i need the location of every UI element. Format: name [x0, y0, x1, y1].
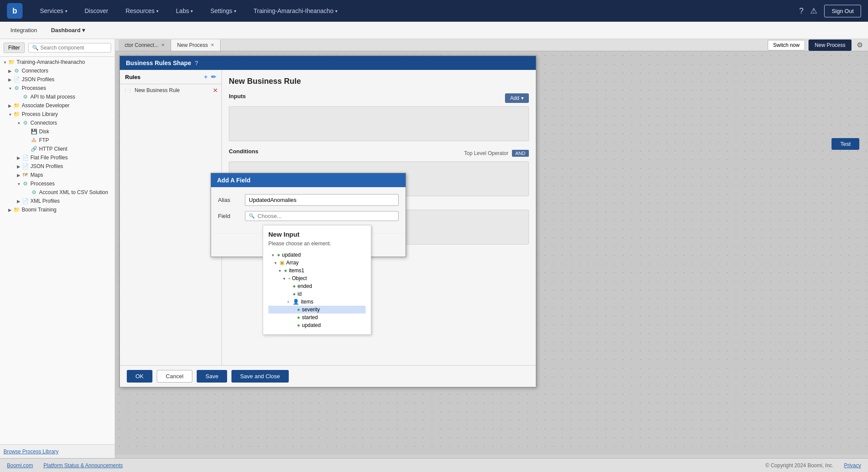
tree-item-updated2[interactable]: ● updated	[268, 321, 366, 329]
field-leaf-icon: ●	[297, 314, 300, 320]
field-search-input[interactable]	[257, 213, 395, 219]
tree-label: API to Mail process	[30, 94, 75, 100]
privacy-link[interactable]: Privacy	[844, 462, 861, 469]
tree-item-flat-file[interactable]: ▶ 📄 Flat File Profiles	[14, 153, 115, 162]
nav-labs[interactable]: Labs ▾	[172, 6, 196, 16]
tree-label: Process Library	[22, 111, 58, 117]
tree-item-items[interactable]: + 👤 items	[268, 298, 366, 306]
conditions-header: Conditions Top Level Operator AND	[229, 148, 529, 158]
rules-header-icons: + ✏	[204, 73, 216, 80]
tab-new-process-label: New Process	[177, 42, 208, 48]
array-icon: ▣	[280, 260, 284, 266]
tree-item-xml-profiles[interactable]: ▶ 📄 XML Profiles	[14, 197, 115, 205]
tree-item-object[interactable]: ▾ ▪ Object	[268, 274, 366, 282]
ftp-icon: 🖧	[30, 137, 37, 144]
tab-dashboard[interactable]: Dashboard ▾	[47, 25, 89, 35]
rule-name-label: New Business Rule	[135, 87, 210, 93]
tree-item-disk[interactable]: 💾 Disk	[23, 127, 115, 136]
conditions-label: Conditions	[229, 148, 258, 155]
tab-new-process[interactable]: New Process ✕	[171, 40, 221, 51]
tree-item-array[interactable]: ▾ ▣ Array	[268, 259, 366, 267]
cancel-button[interactable]: Cancel	[157, 370, 192, 383]
nav-discover[interactable]: Discover	[81, 6, 112, 16]
folder-icon: 📁	[8, 59, 15, 66]
boomi-link[interactable]: Boomi.com	[7, 462, 33, 469]
tree-item-items1[interactable]: ▾ ● items1	[268, 267, 366, 274]
tree-item-started[interactable]: ● started	[268, 314, 366, 321]
tree-label: Connectors	[30, 120, 57, 126]
rule-item-new[interactable]: ⋮⋮ New Business Rule ✕	[120, 84, 221, 96]
tree-item-processes[interactable]: ▾ ⚙ Processes	[5, 84, 115, 92]
tree-label: Processes	[30, 181, 55, 187]
sign-out-button[interactable]: Sign Out	[824, 5, 861, 17]
tree-item-account-xml[interactable]: ⚙ Account XML to CSV Solution	[23, 188, 115, 197]
tree-item-updated[interactable]: ▾ ● updated	[268, 251, 366, 259]
tree-item-ended[interactable]: ● ended	[268, 282, 366, 290]
add-rule-icon[interactable]: +	[204, 73, 208, 80]
file-icon: 📄	[22, 154, 29, 161]
tree-item-process-library[interactable]: ▾ 📁 Process Library	[5, 110, 115, 119]
tree-item-http-client[interactable]: 🔗 HTTP Client	[23, 145, 115, 153]
tree-label: Flat File Profiles	[30, 155, 68, 161]
tree-item-pl-processes[interactable]: ▾ ⚙ Processes	[14, 179, 115, 188]
tree-item-training[interactable]: ▾ 📁 Training-Amarachi-Iheanacho	[0, 58, 115, 66]
gear-icon[interactable]: ⚙	[855, 39, 865, 51]
tree-item-maps[interactable]: ▶ 🗺 Maps	[14, 171, 115, 179]
filter-button[interactable]: Filter	[3, 43, 25, 53]
nav-services[interactable]: Services ▾	[36, 6, 71, 16]
delete-rule-icon[interactable]: ✕	[213, 87, 218, 94]
sub-nav: Integration Dashboard ▾	[0, 22, 868, 39]
status-link[interactable]: Platform Status & Announcements	[43, 462, 123, 469]
search-input[interactable]	[40, 45, 107, 51]
field-leaf-icon: ●	[297, 307, 300, 313]
browse-process-library-link[interactable]: Browse Process Library	[3, 449, 59, 455]
tree-item-connectors[interactable]: ▶ ⚙ Connectors	[5, 66, 115, 75]
nav-settings[interactable]: Settings ▾	[207, 6, 240, 16]
tree-item-label: severity	[302, 307, 320, 313]
top-level-operator: Top Level Operator AND	[464, 150, 529, 157]
tab-connector-connect[interactable]: ctor Connect... ✕	[119, 40, 171, 51]
tree-item-id[interactable]: ● id	[268, 290, 366, 298]
tree-label: Associate Developer	[22, 102, 69, 109]
rule-title: New Business Rule	[229, 77, 529, 86]
tree-item-label: id	[297, 291, 301, 297]
xml-icon: 📄	[22, 198, 29, 205]
nav-resources[interactable]: Resources ▾	[122, 6, 162, 16]
tree-item-pl-connectors[interactable]: ▾ ⚙ Connectors	[14, 119, 115, 127]
tree-item-severity[interactable]: ● severity	[268, 306, 366, 314]
toggle-icon: ▶	[16, 155, 22, 160]
toggle-icon: ▶	[7, 103, 13, 108]
help-icon[interactable]: ?	[799, 7, 803, 16]
tree-item-boomi-training[interactable]: ▶ 📁 Boomi Training	[5, 205, 115, 214]
folder-icon: 📁	[13, 206, 20, 213]
tree-item-pl-json[interactable]: ▶ 📄 JSON Profiles	[14, 162, 115, 171]
tree-item-ftp[interactable]: 🖧 FTP	[23, 136, 115, 145]
new-process-button[interactable]: New Process	[809, 40, 851, 51]
tab-connector-close-icon[interactable]: ✕	[161, 43, 165, 47]
field-label: Field	[218, 213, 240, 219]
save-button[interactable]: Save	[197, 370, 227, 383]
tree-item-api-mail[interactable]: ⚙ API to Mail process	[14, 92, 115, 101]
collapse-icon: ▾	[277, 268, 282, 273]
test-button[interactable]: Test	[832, 138, 859, 150]
copyright-text: © Copyright 2024 Boomi, Inc.	[766, 462, 834, 469]
tree-item-json-profiles[interactable]: ▶ 📄 JSON Profiles	[5, 75, 115, 84]
tree-label: JSON Profiles	[22, 76, 54, 83]
tree-item-assoc-dev[interactable]: ▶ 📁 Associate Developer	[5, 101, 115, 110]
inputs-area	[229, 106, 529, 141]
switch-now-button[interactable]: Switch now	[768, 40, 805, 50]
tree-item-label: ended	[297, 283, 312, 289]
nav-account[interactable]: Training-Amarachi-Iheanacho ▾	[250, 6, 341, 16]
alias-input[interactable]	[245, 194, 399, 206]
folder-icon: 📁	[13, 102, 20, 109]
tab-integration[interactable]: Integration	[7, 25, 40, 35]
save-close-button[interactable]: Save and Close	[231, 370, 289, 383]
tab-new-process-close-icon[interactable]: ✕	[211, 43, 214, 47]
edit-rule-icon[interactable]: ✏	[211, 73, 216, 80]
notification-icon[interactable]: ⚠	[810, 6, 817, 16]
ok-button[interactable]: OK	[127, 370, 152, 383]
collapse-icon: ▾	[281, 276, 287, 281]
field-leaf-icon: ●	[293, 291, 296, 297]
add-button[interactable]: Add ▾	[505, 93, 529, 103]
services-arrow-icon: ▾	[65, 9, 67, 13]
